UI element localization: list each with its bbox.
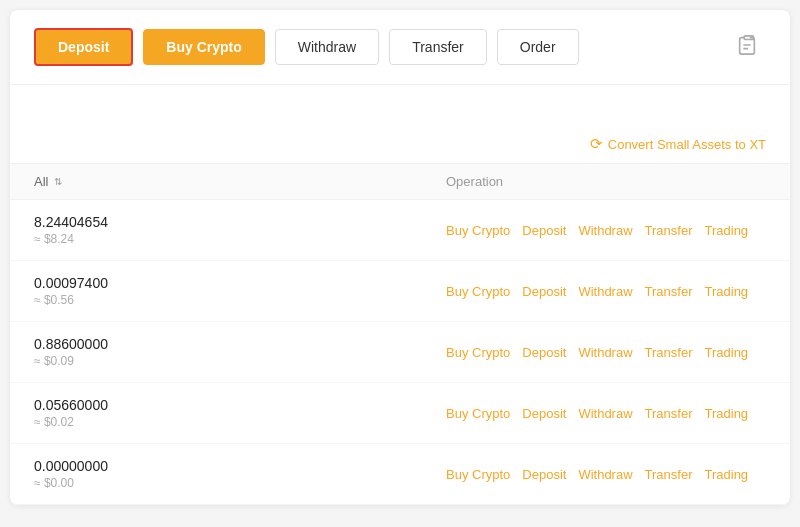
op-link-buy-crypto[interactable]: Buy Crypto	[446, 284, 510, 299]
ops-col: Buy CryptoDepositWithdrawTransferTrading	[446, 467, 766, 482]
transfer-button[interactable]: Transfer	[389, 29, 487, 65]
sort-icon: ⇅	[54, 176, 62, 187]
op-link-deposit[interactable]: Deposit	[522, 345, 566, 360]
op-link-withdraw[interactable]: Withdraw	[578, 467, 632, 482]
main-container: Deposit Buy Crypto Withdraw Transfer Ord…	[10, 10, 790, 505]
asset-col: 0.00097400≈ $0.56	[34, 275, 446, 307]
op-link-trading[interactable]: Trading	[705, 223, 749, 238]
clipboard-icon-button[interactable]	[728, 30, 766, 65]
toolbar-spacer	[10, 85, 790, 125]
op-link-trading[interactable]: Trading	[705, 406, 749, 421]
asset-usd: ≈ $0.09	[34, 354, 446, 368]
op-link-withdraw[interactable]: Withdraw	[578, 345, 632, 360]
table-header: All ⇅ Operation	[10, 164, 790, 200]
asset-col: 0.00000000≈ $0.00	[34, 458, 446, 490]
asset-amount: 0.88600000	[34, 336, 446, 352]
table-row: 8.24404654≈ $8.24Buy CryptoDepositWithdr…	[10, 200, 790, 261]
asset-amount: 8.24404654	[34, 214, 446, 230]
op-link-transfer[interactable]: Transfer	[645, 406, 693, 421]
op-link-buy-crypto[interactable]: Buy Crypto	[446, 223, 510, 238]
asset-amount: 0.00000000	[34, 458, 446, 474]
asset-amount: 0.05660000	[34, 397, 446, 413]
op-link-deposit[interactable]: Deposit	[522, 223, 566, 238]
op-link-trading[interactable]: Trading	[705, 345, 749, 360]
op-link-buy-crypto[interactable]: Buy Crypto	[446, 467, 510, 482]
op-link-buy-crypto[interactable]: Buy Crypto	[446, 345, 510, 360]
deposit-button[interactable]: Deposit	[34, 28, 133, 66]
table-body: 8.24404654≈ $8.24Buy CryptoDepositWithdr…	[10, 200, 790, 505]
op-link-buy-crypto[interactable]: Buy Crypto	[446, 406, 510, 421]
table-row: 0.00097400≈ $0.56Buy CryptoDepositWithdr…	[10, 261, 790, 322]
op-link-transfer[interactable]: Transfer	[645, 223, 693, 238]
col-operation-header: Operation	[446, 174, 766, 189]
op-link-withdraw[interactable]: Withdraw	[578, 284, 632, 299]
asset-usd: ≈ $0.56	[34, 293, 446, 307]
op-link-transfer[interactable]: Transfer	[645, 467, 693, 482]
asset-amount: 0.00097400	[34, 275, 446, 291]
op-link-withdraw[interactable]: Withdraw	[578, 223, 632, 238]
withdraw-button[interactable]: Withdraw	[275, 29, 379, 65]
op-link-transfer[interactable]: Transfer	[645, 284, 693, 299]
ops-col: Buy CryptoDepositWithdrawTransferTrading	[446, 406, 766, 421]
asset-usd: ≈ $0.00	[34, 476, 446, 490]
op-link-deposit[interactable]: Deposit	[522, 467, 566, 482]
col-all-label: All	[34, 174, 48, 189]
table-row: 0.88600000≈ $0.09Buy CryptoDepositWithdr…	[10, 322, 790, 383]
ops-col: Buy CryptoDepositWithdrawTransferTrading	[446, 284, 766, 299]
convert-label: Convert Small Assets to XT	[608, 137, 766, 152]
asset-col: 0.05660000≈ $0.02	[34, 397, 446, 429]
ops-col: Buy CryptoDepositWithdrawTransferTrading	[446, 223, 766, 238]
table-row: 0.05660000≈ $0.02Buy CryptoDepositWithdr…	[10, 383, 790, 444]
buy-crypto-button[interactable]: Buy Crypto	[143, 29, 264, 65]
convert-small-assets-link[interactable]: ⟳ Convert Small Assets to XT	[590, 135, 766, 153]
col-all-header[interactable]: All ⇅	[34, 174, 446, 189]
convert-row: ⟳ Convert Small Assets to XT	[10, 125, 790, 164]
table-row: 0.00000000≈ $0.00Buy CryptoDepositWithdr…	[10, 444, 790, 505]
op-link-trading[interactable]: Trading	[705, 467, 749, 482]
asset-col: 0.88600000≈ $0.09	[34, 336, 446, 368]
op-link-transfer[interactable]: Transfer	[645, 345, 693, 360]
convert-icon: ⟳	[590, 135, 603, 153]
asset-usd: ≈ $8.24	[34, 232, 446, 246]
op-link-deposit[interactable]: Deposit	[522, 406, 566, 421]
asset-usd: ≈ $0.02	[34, 415, 446, 429]
ops-col: Buy CryptoDepositWithdrawTransferTrading	[446, 345, 766, 360]
op-link-withdraw[interactable]: Withdraw	[578, 406, 632, 421]
asset-col: 8.24404654≈ $8.24	[34, 214, 446, 246]
op-link-deposit[interactable]: Deposit	[522, 284, 566, 299]
order-button[interactable]: Order	[497, 29, 579, 65]
op-link-trading[interactable]: Trading	[705, 284, 749, 299]
toolbar: Deposit Buy Crypto Withdraw Transfer Ord…	[10, 10, 790, 85]
